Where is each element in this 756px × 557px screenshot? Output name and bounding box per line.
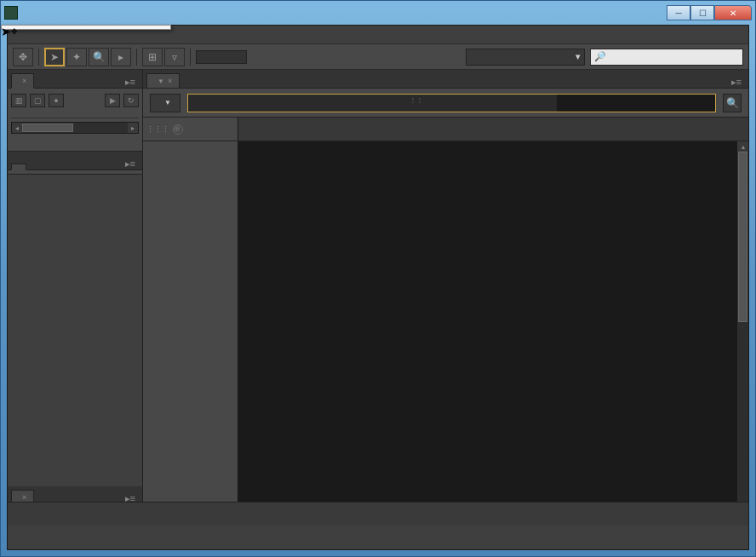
- snap-icon[interactable]: ⊞: [142, 48, 163, 66]
- timeline-overview[interactable]: ⋮⋮: [187, 94, 716, 112]
- editor-panel: ▼ × ▸≡ ▼ ⋮⋮ 🔍: [142, 70, 748, 525]
- play-icon[interactable]: ▶: [105, 94, 120, 107]
- zoom-full-icon[interactable]: 🔍: [723, 94, 742, 112]
- panel-menu-icon[interactable]: ▸≡: [728, 77, 745, 88]
- master-track-header: ⋮⋮⋮: [143, 118, 238, 141]
- scroll-right-icon[interactable]: ▸: [128, 123, 138, 133]
- loop-icon[interactable]: ↻: [123, 94, 139, 107]
- files-panel: ▥ ▢ ● ▶ ↻ ◂ ▸: [8, 89, 142, 152]
- files-name-header[interactable]: [11, 114, 139, 118]
- tracks-dropdown[interactable]: ▼: [150, 94, 180, 112]
- files-hscroll[interactable]: ◂ ▸: [11, 122, 139, 134]
- track-headers: [143, 141, 238, 525]
- titlebar[interactable]: ─ ☐ ✕: [1, 1, 755, 25]
- context-menu[interactable]: [1, 25, 171, 30]
- workspace-select[interactable]: ▾: [466, 49, 585, 66]
- tracks-area: ▴ ▾: [143, 141, 748, 525]
- editor-tab[interactable]: ▼ ×: [146, 73, 180, 88]
- close-icon[interactable]: ×: [168, 77, 172, 85]
- left-panels: × ▸≡ ▥ ▢ ● ▶ ↻ ◂: [8, 70, 142, 525]
- panel-menu-icon[interactable]: ▸≡: [122, 77, 139, 88]
- panel-menu-icon[interactable]: ▸≡: [122, 158, 139, 169]
- maximize-button[interactable]: ☐: [690, 5, 714, 20]
- close-icon[interactable]: ×: [22, 493, 26, 502]
- track-lanes[interactable]: ▴ ▾: [238, 141, 748, 525]
- app-body: ✥ ➤ ✦ 🔍 ▸ ⊞ ▿ ▾ 🔎: [7, 25, 749, 550]
- minimize-button[interactable]: ─: [667, 5, 690, 20]
- tracks-vscroll[interactable]: ▴ ▾: [736, 141, 748, 525]
- tab-effects[interactable]: [26, 163, 42, 169]
- search-icon: 🔎: [594, 51, 606, 62]
- scroll-up-icon[interactable]: ▴: [737, 141, 748, 152]
- close-button[interactable]: ✕: [714, 5, 752, 20]
- search-help-box[interactable]: 🔎: [590, 49, 743, 66]
- files-panel-tabs: × ▸≡: [8, 70, 142, 89]
- chevron-down-icon: ▾: [576, 51, 581, 62]
- toolbar: ✥ ➤ ✦ 🔍 ▸ ⊞ ▿ ▾ 🔎: [8, 44, 748, 70]
- app-icon: [4, 6, 18, 20]
- main-area: × ▸≡ ▥ ▢ ● ▶ ↻ ◂: [8, 70, 748, 525]
- record-icon[interactable]: ●: [49, 94, 64, 107]
- scrub-tool-icon[interactable]: ▸: [111, 48, 131, 66]
- tab-scores[interactable]: [34, 81, 49, 88]
- editor-tabs: ▼ × ▸≡: [143, 70, 748, 89]
- tab-files[interactable]: ×: [11, 73, 34, 89]
- scroll-thumb[interactable]: [22, 123, 73, 132]
- search-input[interactable]: [610, 52, 739, 62]
- tasks-panel-tabs: ▸≡: [8, 152, 142, 170]
- import-icon[interactable]: ▥: [11, 94, 26, 107]
- ruler-row: ⋮⋮⋮: [143, 118, 748, 141]
- transport-bar: [8, 502, 748, 525]
- move-tool-icon[interactable]: ✦: [66, 48, 87, 66]
- hand-tool-icon[interactable]: ✥: [13, 48, 33, 66]
- level-meter: [196, 50, 247, 64]
- close-icon[interactable]: ×: [22, 77, 26, 85]
- tracks-toolbar: ▼ ⋮⋮ 🔍: [143, 89, 748, 118]
- scroll-thumb[interactable]: [738, 152, 747, 322]
- tab-tasks[interactable]: [11, 164, 26, 170]
- selection-tool-icon[interactable]: ➤: [44, 48, 65, 66]
- zoom-tool-icon[interactable]: 🔍: [89, 48, 109, 66]
- chevron-down-icon[interactable]: ▼: [158, 78, 164, 85]
- time-ruler[interactable]: [238, 118, 748, 141]
- gain-knob-icon[interactable]: [173, 124, 183, 135]
- scroll-left-icon[interactable]: ◂: [12, 123, 22, 133]
- new-icon[interactable]: ▢: [30, 94, 45, 107]
- marker-icon[interactable]: ▿: [164, 48, 185, 66]
- window-frame: ─ ☐ ✕ ✥ ➤ ✦ 🔍 ▸ ⊞ ▿ ▾: [0, 0, 756, 557]
